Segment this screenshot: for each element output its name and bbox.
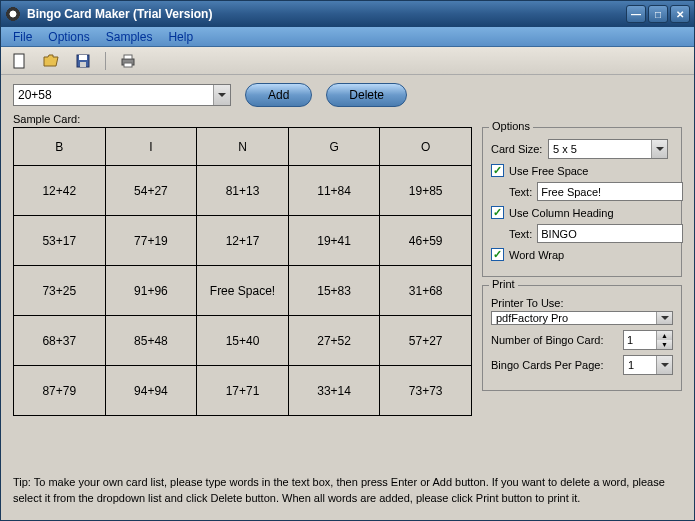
num-cards-label: Number of Bingo Card: (491, 334, 618, 346)
app-icon (5, 6, 21, 22)
bingo-cell: 73+25 (14, 266, 106, 316)
bingo-cell: 27+52 (288, 316, 380, 366)
bingo-cell: 17+71 (197, 366, 289, 416)
printer-select[interactable]: pdfFactory Pro (491, 311, 673, 325)
bingo-cell: 54+27 (105, 166, 197, 216)
bingo-cell: 11+84 (288, 166, 380, 216)
content-area: Add Delete Sample Card: BINGO 12+4254+27… (1, 75, 694, 520)
per-page-label: Bingo Cards Per Page: (491, 359, 618, 371)
bingo-header: N (197, 128, 289, 166)
bingo-cell: 77+19 (105, 216, 197, 266)
bingo-cell: 87+79 (14, 366, 106, 416)
use-column-heading-checkbox[interactable] (491, 206, 504, 219)
card-size-label: Card Size: (491, 143, 543, 155)
free-space-text-input[interactable] (537, 182, 683, 201)
menu-options[interactable]: Options (40, 28, 97, 46)
free-text-label: Text: (509, 186, 532, 198)
bingo-cell: 12+17 (197, 216, 289, 266)
bingo-header: B (14, 128, 106, 166)
bingo-cell: 33+14 (288, 366, 380, 416)
word-combo[interactable] (13, 84, 231, 106)
bingo-cell: 94+94 (105, 366, 197, 416)
delete-button[interactable]: Delete (326, 83, 407, 107)
svg-rect-3 (80, 62, 86, 67)
bingo-cell: Free Space! (197, 266, 289, 316)
window-title: Bingo Card Maker (Trial Version) (27, 7, 626, 21)
heading-text-label: Text: (509, 228, 532, 240)
bingo-cell: 91+96 (105, 266, 197, 316)
menu-samples[interactable]: Samples (98, 28, 161, 46)
print-title: Print (489, 278, 518, 290)
bingo-cell: 85+48 (105, 316, 197, 366)
options-title: Options (489, 120, 533, 132)
bingo-header: G (288, 128, 380, 166)
use-free-space-label: Use Free Space (509, 165, 588, 177)
word-wrap-label: Word Wrap (509, 249, 564, 261)
close-button[interactable]: ✕ (670, 5, 690, 23)
bingo-cell: 57+27 (380, 316, 472, 366)
bingo-header: I (105, 128, 197, 166)
bingo-cell: 31+68 (380, 266, 472, 316)
app-window: Bingo Card Maker (Trial Version) — □ ✕ F… (0, 0, 695, 521)
bingo-cell: 68+37 (14, 316, 106, 366)
options-fieldset: Options Card Size: 5 x 5 Use Free Space … (482, 127, 682, 277)
titlebar: Bingo Card Maker (Trial Version) — □ ✕ (1, 1, 694, 27)
spinner-up-icon[interactable]: ▲ (657, 331, 672, 340)
svg-rect-6 (124, 63, 132, 67)
per-page-select[interactable]: 1 (623, 355, 673, 375)
minimize-button[interactable]: — (626, 5, 646, 23)
heading-text-input[interactable] (537, 224, 683, 243)
bingo-cell: 12+42 (14, 166, 106, 216)
bingo-cell: 19+85 (380, 166, 472, 216)
printer-label: Printer To Use: (491, 297, 673, 309)
num-cards-spinner[interactable]: 1 ▲▼ (623, 330, 673, 350)
word-wrap-checkbox[interactable] (491, 248, 504, 261)
chevron-down-icon[interactable] (656, 356, 672, 374)
bingo-cell: 15+83 (288, 266, 380, 316)
use-column-heading-label: Use Column Heading (509, 207, 614, 219)
bingo-header: O (380, 128, 472, 166)
chevron-down-icon[interactable] (656, 312, 672, 324)
bingo-cell: 53+17 (14, 216, 106, 266)
maximize-button[interactable]: □ (648, 5, 668, 23)
sample-card-label: Sample Card: (13, 113, 472, 125)
svg-rect-5 (124, 55, 132, 59)
tip-text: Tip: To make your own card list, please … (13, 469, 682, 512)
bingo-cell: 19+41 (288, 216, 380, 266)
chevron-down-icon[interactable] (651, 140, 667, 158)
spinner-down-icon[interactable]: ▼ (657, 340, 672, 349)
menubar: File Options Samples Help (1, 27, 694, 47)
bingo-table: BINGO 12+4254+2781+1311+8419+8553+1777+1… (13, 127, 472, 416)
add-button[interactable]: Add (245, 83, 312, 107)
save-icon[interactable] (73, 51, 93, 71)
svg-rect-0 (14, 54, 24, 68)
word-input[interactable] (14, 85, 213, 105)
bingo-cell: 73+73 (380, 366, 472, 416)
open-icon[interactable] (41, 51, 61, 71)
bingo-cell: 15+40 (197, 316, 289, 366)
use-free-space-checkbox[interactable] (491, 164, 504, 177)
svg-rect-2 (79, 55, 87, 60)
toolbar (1, 47, 694, 75)
print-fieldset: Print Printer To Use: pdfFactory Pro Num… (482, 285, 682, 391)
print-icon[interactable] (118, 51, 138, 71)
combo-dropdown-icon[interactable] (213, 85, 230, 105)
new-icon[interactable] (9, 51, 29, 71)
card-area: Sample Card: BINGO 12+4254+2781+1311+841… (13, 113, 472, 469)
menu-help[interactable]: Help (160, 28, 201, 46)
card-size-select[interactable]: 5 x 5 (548, 139, 668, 159)
bingo-cell: 81+13 (197, 166, 289, 216)
bingo-cell: 46+59 (380, 216, 472, 266)
menu-file[interactable]: File (5, 28, 40, 46)
